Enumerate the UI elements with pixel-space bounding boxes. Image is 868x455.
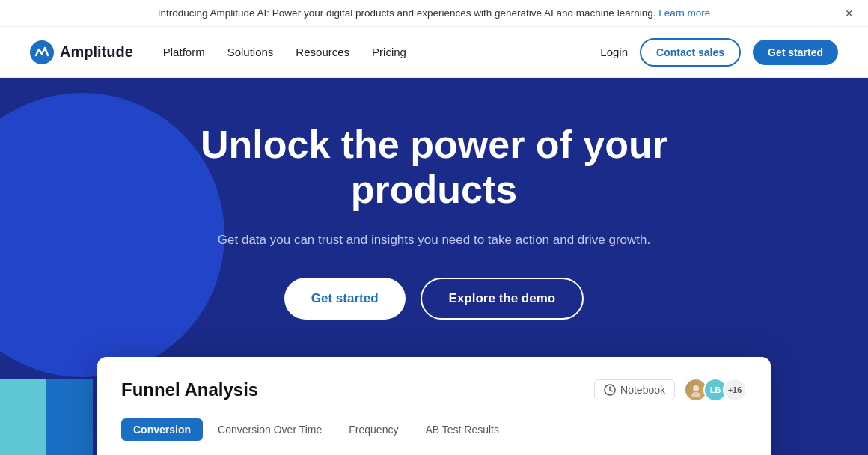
nav-links: Platform Solutions Resources Pricing [163,46,601,58]
notebook-icon [604,384,616,396]
navbar: Amplitude Platform Solutions Resources P… [0,27,868,78]
hero-title: Unlock the power of your products [172,123,696,213]
amplitude-logo-icon [30,40,54,64]
banner-learn-more-link[interactable]: Learn more [658,7,710,19]
notebook-label: Notebook [620,384,665,396]
hero-blue-rect-decoration [46,379,93,455]
nav-actions: Login Contact sales Get started [600,38,838,67]
hero-buttons: Get started Explore the demo [172,278,696,320]
dashboard-actions: Notebook LB +16 [594,378,747,402]
dashboard-header: Funnel Analysis Notebook [121,378,747,402]
hero-content: Unlock the power of your products Get da… [172,123,696,320]
avatar-count: +16 [723,378,747,402]
get-started-nav-button[interactable]: Get started [753,40,838,65]
nav-link-platform[interactable]: Platform [163,46,205,58]
hero-section: Unlock the power of your products Get da… [0,78,868,455]
tab-conversion[interactable]: Conversion [121,418,203,441]
dashboard-tabs: Conversion Conversion Over Time Frequenc… [121,418,747,441]
banner-text: Introducing Amplitude AI: Power your dig… [158,7,656,19]
svg-point-2 [693,385,699,391]
dashboard-title: Funnel Analysis [121,379,258,400]
logo-text: Amplitude [60,43,133,61]
avatar-count-label: +16 [728,385,742,394]
tab-ab-test-results[interactable]: AB Test Results [413,418,511,441]
login-link[interactable]: Login [600,46,628,58]
contact-sales-button[interactable]: Contact sales [640,38,741,67]
avatar-group: LB +16 [684,378,747,402]
hero-get-started-button[interactable]: Get started [284,278,406,320]
logo-link[interactable]: Amplitude [30,40,133,64]
nav-link-pricing[interactable]: Pricing [372,46,406,58]
notebook-button[interactable]: Notebook [594,379,675,400]
tab-frequency[interactable]: Frequency [337,418,410,441]
nav-link-resources[interactable]: Resources [296,46,349,58]
svg-point-3 [691,392,700,397]
nav-link-solutions[interactable]: Solutions [227,46,274,58]
hero-explore-demo-button[interactable]: Explore the demo [421,278,584,320]
tab-conversion-over-time[interactable]: Conversion Over Time [206,418,334,441]
announcement-banner: Introducing Amplitude AI: Power your dig… [0,0,868,27]
banner-close-button[interactable]: × [845,5,853,21]
dashboard-preview: Funnel Analysis Notebook [97,357,771,455]
avatar-lb-initials: LB [710,385,721,394]
hero-subtitle: Get data you can trust and insights you … [172,230,696,250]
hero-teal-rect-decoration [0,379,46,455]
